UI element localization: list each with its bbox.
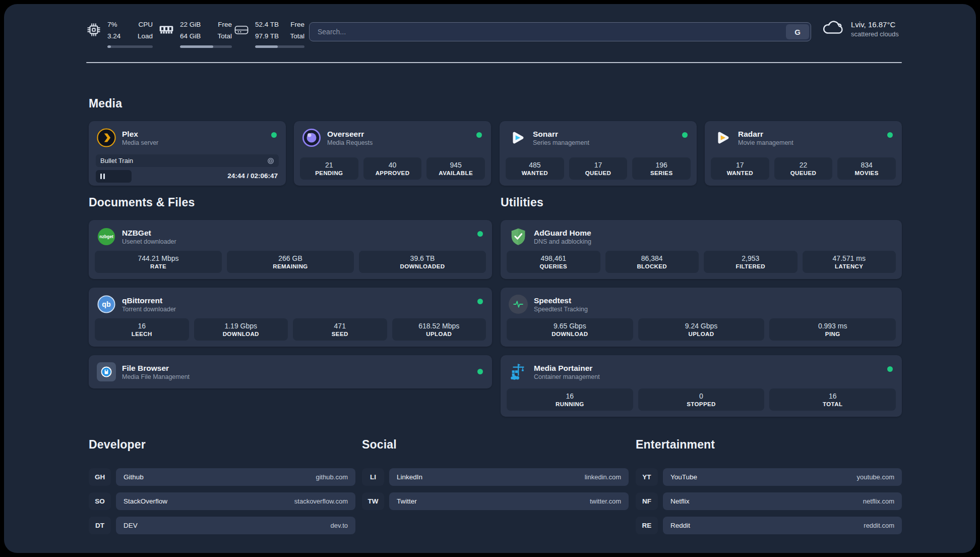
link-reddit[interactable]: RE Redditreddit.com <box>636 517 902 534</box>
app-name: Plex <box>122 129 158 139</box>
stat-label: RATE <box>150 263 166 269</box>
stat-latency: 47.571 msLATENCY <box>803 251 896 273</box>
link-youtube[interactable]: YT YouTubeyoutube.com <box>636 468 902 486</box>
stat-value: 16 <box>138 322 146 330</box>
cpu-load: 3.24 <box>107 32 133 43</box>
search-input[interactable] <box>310 23 788 41</box>
link-dev[interactable]: DT DEVdev.to <box>89 517 355 534</box>
qbittorrent-card[interactable]: qb qBittorrent Torrent downloader 16LEEC… <box>89 288 492 347</box>
link-twitter[interactable]: TW Twittertwitter.com <box>362 492 629 510</box>
app-subtitle: Series management <box>533 139 589 147</box>
stat-queued: 17QUEUED <box>569 157 628 180</box>
stat-wanted: 485WANTED <box>506 157 564 180</box>
stat-value: 498,461 <box>540 254 566 262</box>
stat-value: 9.65 Gbps <box>554 322 586 330</box>
playback-progress-fill <box>96 170 132 183</box>
status-online-dot <box>477 299 483 304</box>
nzbget-icon: nzbget <box>97 227 116 246</box>
stat-label: QUEUED <box>790 170 817 176</box>
stat-label: REMAINING <box>273 263 308 269</box>
plex-card[interactable]: Plex Media server Bullet Train 24:44 / 0… <box>89 121 286 186</box>
overseerr-card[interactable]: Overseerr Media Requests 21PENDING 40APP… <box>294 121 491 186</box>
stat-label: UPLOAD <box>689 331 714 337</box>
load-label: Load <box>138 32 153 43</box>
stat-download: 1.19 GbpsDOWNLOAD <box>194 318 288 341</box>
memory-total: 64 GiB <box>180 32 212 43</box>
link-name: Twitter <box>397 497 417 505</box>
stat-value: 17 <box>736 161 744 169</box>
stat-label: AVAILABLE <box>439 170 473 176</box>
link-name: LinkedIn <box>397 473 422 481</box>
link-badge: TW <box>362 492 384 510</box>
adguard-card[interactable]: AdGuard Home DNS and adblocking 498,461Q… <box>501 220 902 279</box>
stat-value: 40 <box>389 161 397 169</box>
cpu-icon <box>86 22 101 37</box>
link-url: reddit.com <box>864 522 894 529</box>
playback-time: 24:44 / 02:06:47 <box>227 172 278 180</box>
stat-tiles: 744.21 MbpsRATE 266 GBREMAINING 39.6 TBD… <box>95 251 486 273</box>
search-provider-button[interactable]: G <box>786 24 809 39</box>
cloud-icon <box>821 19 844 38</box>
stat-value: 21 <box>325 161 333 169</box>
stat-value: 266 GB <box>278 254 302 262</box>
section-title-developer: Developer <box>89 438 146 452</box>
storage-free-label: Free <box>290 20 304 32</box>
storage-stat: 52.4 TB Free 97.9 TB Total <box>234 20 304 43</box>
stat-value: 22 <box>800 161 808 169</box>
stat-tiles: 21PENDING 40APPROVED 945AVAILABLE <box>300 157 485 180</box>
link-badge: RE <box>636 517 658 534</box>
stat-label: SERIES <box>650 170 673 176</box>
stat-ping: 0.993 msPING <box>769 318 896 341</box>
stat-label: FILTERED <box>736 263 765 269</box>
weather-widget: Lviv, 16.87°C scattered clouds <box>821 19 899 38</box>
stat-value: 2,953 <box>742 254 759 262</box>
stat-wanted: 17WANTED <box>711 157 769 180</box>
storage-stat-text: 52.4 TB Free 97.9 TB Total <box>255 20 304 43</box>
radarr-card[interactable]: Radarr Movie management 17WANTED 22QUEUE… <box>705 121 902 186</box>
app-name: Radarr <box>738 129 793 139</box>
stat-value: 16 <box>829 392 837 400</box>
nzbget-card[interactable]: nzbget NZBGet Usenet downloader 744.21 M… <box>89 220 492 279</box>
weather-location-temp: Lviv, 16.87°C <box>851 20 899 30</box>
session-gear-icon[interactable] <box>267 157 274 164</box>
sonarr-card[interactable]: Sonarr Series management 485WANTED 17QUE… <box>500 121 697 186</box>
stat-download: 9.65 GbpsDOWNLOAD <box>507 318 633 341</box>
app-name: Speedtest <box>534 296 588 305</box>
stat-movies: 834MOVIES <box>837 157 896 180</box>
memory-free: 22 GiB <box>180 20 212 32</box>
stat-tiles: 16LEECH 1.19 GbpsDOWNLOAD 471SEED 618.52… <box>95 318 486 341</box>
app-name: Overseerr <box>327 129 373 139</box>
status-online-dot <box>887 132 893 138</box>
link-linkedin[interactable]: LI LinkedInlinkedin.com <box>362 468 629 486</box>
stat-value: 618.52 Mbps <box>418 322 459 330</box>
stat-value: 945 <box>450 161 462 169</box>
link-badge: SO <box>89 492 111 510</box>
stat-label: DOWNLOAD <box>552 331 588 337</box>
memory-stat-text: 22 GiB Free 64 GiB Total <box>180 20 232 43</box>
app-subtitle: Media Requests <box>327 139 373 147</box>
link-netflix[interactable]: NF Netflixnetflix.com <box>636 492 902 510</box>
stat-tiles: 9.65 GbpsDOWNLOAD 9.24 GbpsUPLOAD 0.993 … <box>507 318 896 341</box>
sonarr-icon <box>508 128 527 147</box>
qbittorrent-icon: qb <box>97 295 116 314</box>
section-title-social: Social <box>362 438 397 452</box>
stat-label: PENDING <box>315 170 343 176</box>
stat-downloaded: 39.6 TBDOWNLOADED <box>359 251 486 273</box>
status-online-dot <box>682 132 688 138</box>
memory-progress-bar <box>180 45 232 48</box>
filebrowser-card[interactable]: File Browser Media File Management <box>89 355 492 388</box>
link-github[interactable]: GH Githubgithub.com <box>89 468 355 486</box>
stat-upload: 9.24 GbpsUPLOAD <box>638 318 765 341</box>
speedtest-card[interactable]: Speedtest Speedtest Tracking 9.65 GbpsDO… <box>501 288 902 347</box>
link-stackoverflow[interactable]: SO StackOverflowstackoverflow.com <box>89 492 355 510</box>
app-subtitle: Container management <box>534 373 600 381</box>
stat-value: 0 <box>699 392 703 400</box>
app-subtitle: Media server <box>122 139 158 147</box>
app-subtitle: Torrent downloader <box>122 305 176 313</box>
stat-value: 0.993 ms <box>818 322 847 330</box>
link-badge: NF <box>636 492 658 510</box>
app-subtitle: Usenet downloader <box>122 238 176 246</box>
search-bar: G <box>309 22 811 41</box>
portainer-card[interactable]: Media Portainer Container management 16R… <box>501 355 902 417</box>
stat-value: 196 <box>656 161 667 169</box>
